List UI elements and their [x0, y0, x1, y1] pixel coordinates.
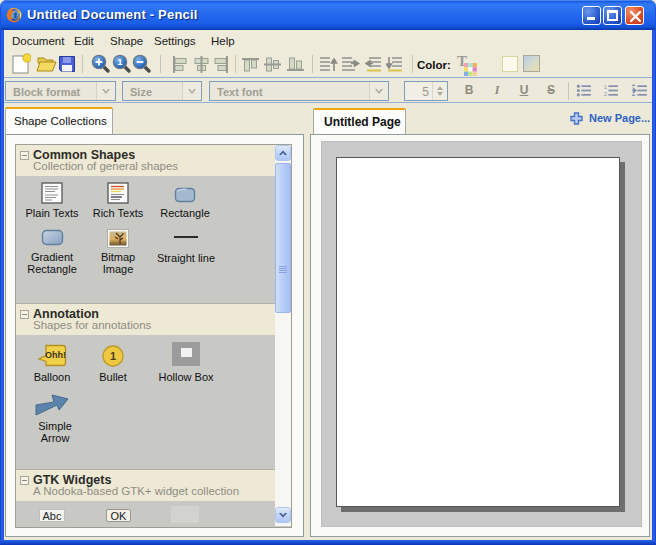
svg-text:1: 1 [110, 350, 116, 362]
svg-text:Ohh!: Ohh! [45, 350, 66, 360]
svg-text:1: 1 [604, 84, 607, 90]
svg-text:1: 1 [117, 56, 123, 67]
svg-text:2: 2 [604, 91, 607, 97]
